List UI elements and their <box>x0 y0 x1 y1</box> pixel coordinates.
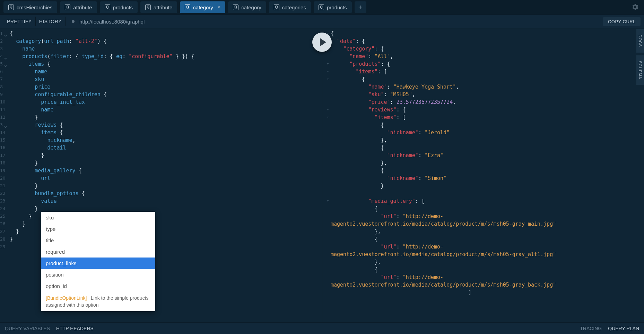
query-plan-tab[interactable]: QUERY PLAN <box>608 326 639 331</box>
play-icon <box>320 38 326 46</box>
autocomplete-hint-type: [BundleOptionLink] <box>46 295 87 301</box>
query-variables-tab[interactable]: QUERY VARIABLES <box>5 326 50 331</box>
tab-label: attribute <box>154 4 172 10</box>
tab-products-7[interactable]: Qproducts <box>314 1 352 13</box>
tab-label: attribute <box>73 4 92 10</box>
tab-attribute-1[interactable]: Qattribute <box>60 1 97 13</box>
footer-bar: QUERY VARIABLES HTTP HEADERS TRACING QUE… <box>0 322 644 334</box>
autocomplete-item-position[interactable]: position <box>41 269 155 280</box>
autocomplete-item-option_id[interactable]: option_id <box>41 280 155 292</box>
autocomplete-item-required[interactable]: required <box>41 246 155 258</box>
tab-category-5[interactable]: Qcategory <box>228 1 266 13</box>
docs-side-tab[interactable]: DOCS <box>636 29 644 53</box>
tab-label: products <box>327 4 347 10</box>
tracing-tab[interactable]: TRACING <box>580 326 602 331</box>
tab-label: products <box>113 4 133 10</box>
query-type-icon: Q <box>145 4 151 10</box>
copy-curl-button[interactable]: COPY CURL <box>603 17 641 26</box>
autocomplete-hint: [BundleOptionLink] Link to the simple pr… <box>41 292 155 311</box>
tab-cmsHierarchies-0[interactable]: QcmsHierarchies <box>3 1 57 13</box>
query-type-icon: Q <box>65 4 70 10</box>
tab-label: categories <box>282 4 306 10</box>
query-type-icon: Q <box>233 4 238 10</box>
tab-category-4[interactable]: Qcategory× <box>180 1 225 13</box>
autocomplete-popup[interactable]: skutypetitlerequiredproduct_linkspositio… <box>41 212 155 311</box>
query-type-icon: Q <box>274 4 279 10</box>
autocomplete-item-product_links[interactable]: product_links <box>41 258 155 269</box>
close-tab-icon[interactable]: × <box>217 4 220 10</box>
editor-split: 1234567891011121314151617181920212223242… <box>0 28 644 322</box>
autocomplete-item-sku[interactable]: sku <box>41 212 155 223</box>
tab-attribute-3[interactable]: Qattribute <box>140 1 177 13</box>
endpoint-field[interactable]: http://localhost:8080/graphql <box>72 19 145 25</box>
query-type-icon: Q <box>105 4 110 10</box>
tab-label: cmsHierarchies <box>17 4 52 10</box>
endpoint-url: http://localhost:8080/graphql <box>79 19 145 25</box>
tab-products-2[interactable]: Qproducts <box>100 1 138 13</box>
execute-button[interactable] <box>312 33 332 52</box>
query-type-icon: Q <box>319 4 324 10</box>
result-viewer[interactable]: ▾{ "data": { "category": { "name": "All"… <box>322 28 644 322</box>
query-type-icon: Q <box>8 4 14 10</box>
toolbar: PRETTIFY HISTORY http://localhost:8080/g… <box>0 15 644 28</box>
tab-label: category <box>193 4 213 10</box>
schema-side-tab[interactable]: SCHEMA <box>636 55 644 85</box>
http-headers-tab[interactable]: HTTP HEADERS <box>56 326 94 331</box>
query-type-icon: Q <box>185 4 190 10</box>
tabs-bar: QcmsHierarchiesQattributeQproductsQattri… <box>0 0 644 15</box>
prettify-button[interactable]: PRETTIFY <box>3 17 36 26</box>
tab-label: category <box>241 4 261 10</box>
autocomplete-item-title[interactable]: title <box>41 235 155 246</box>
history-button[interactable]: HISTORY <box>36 17 66 26</box>
autocomplete-item-type[interactable]: type <box>41 223 155 235</box>
add-tab-button[interactable]: + <box>355 1 366 13</box>
endpoint-status-dot-icon <box>72 20 75 23</box>
tab-categories-6[interactable]: Qcategories <box>269 1 311 13</box>
side-tabs: DOCS SCHEMA <box>636 29 644 88</box>
settings-gear-icon[interactable] <box>631 3 639 11</box>
